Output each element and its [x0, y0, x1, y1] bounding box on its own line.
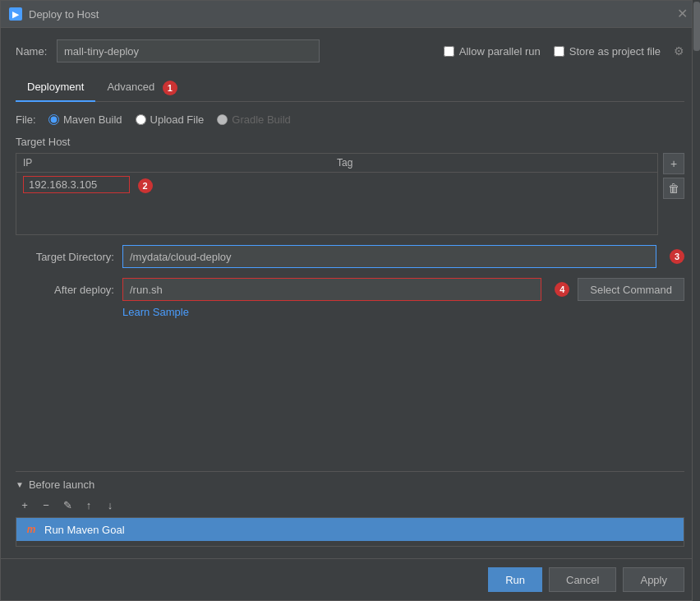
target-host-label: Target Host — [16, 136, 684, 148]
title-bar-left: ▶ Deploy to Host — [9, 7, 99, 21]
file-row: File: Maven Build Upload File Gradle Bui… — [16, 113, 684, 126]
maven-build-radio[interactable] — [48, 114, 59, 125]
table-body: 2 — [16, 173, 657, 230]
scrollbar-thumb — [693, 2, 700, 51]
dialog-content: Name: Allow parallel run Store as projec… — [1, 28, 699, 558]
gradle-build-option[interactable]: Gradle Build — [217, 113, 291, 126]
upload-file-option[interactable]: Upload File — [136, 113, 205, 126]
after-deploy-input[interactable] — [122, 278, 541, 301]
after-deploy-row: After deploy: 4 Select Command — [16, 278, 684, 301]
dialog-title: Deploy to Host — [29, 8, 99, 21]
table-header: IP Tag — [16, 154, 657, 173]
before-launch-toolbar: + − ✎ ↑ ↓ — [16, 496, 684, 514]
parallel-run-checkbox[interactable] — [444, 46, 454, 57]
select-command-button[interactable]: Select Command — [578, 278, 684, 301]
cell-tag — [337, 176, 651, 193]
after-deploy-label: After deploy: — [16, 284, 114, 296]
collapse-icon[interactable]: ▼ — [16, 480, 24, 489]
column-header-ip: IP — [23, 157, 337, 169]
column-header-tag: Tag — [337, 157, 651, 169]
before-launch-list: m Run Maven Goal — [16, 517, 684, 547]
maven-build-option[interactable]: Maven Build — [48, 113, 122, 126]
gradle-build-label: Gradle Build — [232, 113, 291, 126]
scrollbar[interactable] — [692, 0, 700, 601]
tag-input[interactable] — [337, 176, 651, 188]
title-bar: ▶ Deploy to Host ✕ — [1, 1, 699, 28]
cell-ip: 2 — [23, 176, 337, 193]
tab-deployment[interactable]: Deployment — [16, 76, 95, 102]
after-deploy-annotation: 4 — [555, 282, 569, 297]
deploy-to-host-dialog: ▶ Deploy to Host ✕ Name: Allow parallel … — [0, 0, 700, 601]
upload-file-label: Upload File — [150, 113, 205, 126]
parallel-run-group: Allow parallel run — [444, 45, 541, 58]
tabs: Deployment Advanced 1 — [16, 76, 684, 102]
name-options: Allow parallel run Store as project file… — [444, 44, 684, 58]
ip-input[interactable] — [23, 176, 130, 193]
before-launch-label: Before launch — [29, 478, 94, 491]
gear-icon[interactable]: ⚙ — [674, 44, 684, 58]
host-table-actions: + 🗑 — [663, 153, 684, 235]
apply-button[interactable]: Apply — [623, 567, 684, 592]
add-host-button[interactable]: + — [663, 153, 684, 174]
target-directory-row: Target Directory: 3 — [16, 245, 684, 268]
add-launch-button[interactable]: + — [16, 496, 34, 514]
launch-item-label: Run Maven Goal — [44, 524, 125, 536]
gradle-build-radio[interactable] — [217, 114, 228, 125]
before-launch-header: ▼ Before launch — [16, 478, 684, 491]
run-button[interactable]: Run — [488, 567, 542, 592]
name-label: Name: — [16, 45, 48, 58]
maven-build-label: Maven Build — [63, 113, 122, 126]
before-launch-section: ▼ Before launch + − ✎ ↑ ↓ m Run Maven Go… — [16, 471, 684, 547]
remove-host-button[interactable]: 🗑 — [663, 178, 684, 199]
target-directory-label: Target Directory: — [16, 251, 114, 263]
store-project-label: Store as project file — [569, 45, 661, 58]
learn-sample-link[interactable]: Learn Sample — [122, 306, 684, 318]
app-icon: ▶ — [9, 7, 22, 21]
move-up-launch-button[interactable]: ↑ — [80, 496, 98, 514]
target-directory-input[interactable] — [122, 245, 656, 268]
tab-advanced[interactable]: Advanced 1 — [95, 76, 188, 102]
host-table-container: IP Tag 2 — [16, 153, 658, 235]
store-project-checkbox[interactable] — [554, 46, 564, 57]
launch-item-run-maven[interactable]: m Run Maven Goal — [16, 518, 684, 541]
file-radio-group: Maven Build Upload File Gradle Build — [48, 113, 291, 126]
host-table-wrapper: IP Tag 2 — [16, 153, 684, 235]
name-input[interactable] — [57, 39, 320, 62]
upload-file-radio[interactable] — [136, 114, 146, 125]
edit-launch-button[interactable]: ✎ — [58, 496, 76, 514]
name-row: Name: Allow parallel run Store as projec… — [16, 39, 684, 62]
move-down-launch-button[interactable]: ↓ — [101, 496, 119, 514]
cancel-button[interactable]: Cancel — [549, 567, 616, 592]
maven-icon: m — [25, 523, 38, 536]
dialog-footer: Run Cancel Apply — [1, 558, 699, 600]
remove-launch-button[interactable]: − — [37, 496, 55, 514]
file-label: File: — [16, 113, 40, 126]
close-button[interactable]: ✕ — [674, 6, 691, 22]
store-project-group: Store as project file — [554, 45, 661, 58]
advanced-annotation: 1 — [163, 81, 177, 95]
table-row: 2 — [16, 173, 657, 196]
ip-annotation: 2 — [138, 178, 153, 193]
parallel-run-label: Allow parallel run — [459, 45, 541, 58]
directory-annotation: 3 — [670, 249, 684, 264]
